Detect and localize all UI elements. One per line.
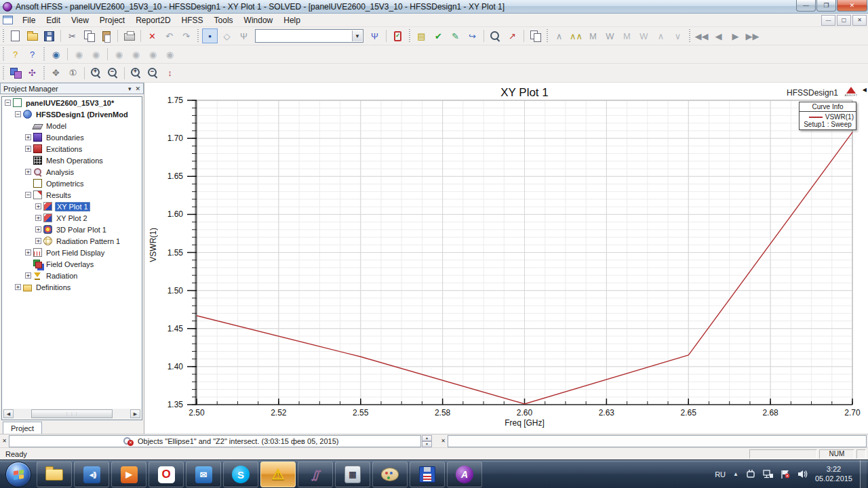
- tree-item-mesh-operations[interactable]: Mesh Operations: [2, 155, 142, 166]
- hide-all-view-icon[interactable]: ◉: [162, 47, 178, 62]
- spin-up-icon[interactable]: ▲: [422, 435, 432, 441]
- panel-close-icon[interactable]: ✕: [135, 85, 140, 92]
- mail-taskbar-icon[interactable]: ✉: [186, 462, 221, 487]
- fit-axes-icon[interactable]: ↕: [162, 66, 178, 81]
- media-player-taskbar-icon[interactable]: ▶: [111, 462, 146, 487]
- hfss-warning-taskbar-icon[interactable]: ⚠: [260, 462, 296, 487]
- tree-item-hfssdesign1-drivenmod[interactable]: −HFSSDesign1 (DrivenMod: [2, 108, 142, 120]
- power-icon[interactable]: [746, 470, 755, 479]
- expand-expander-icon[interactable]: +: [25, 134, 31, 140]
- trace-w2-icon[interactable]: W: [636, 28, 652, 43]
- new-icon[interactable]: [7, 28, 23, 43]
- help-topics-icon[interactable]: ?: [7, 47, 23, 62]
- start-button[interactable]: [5, 462, 31, 487]
- mdi-restore-button[interactable]: ▢: [837, 15, 851, 26]
- expand-expander-icon[interactable]: +: [15, 284, 21, 290]
- scroll-right-icon[interactable]: ▶: [130, 409, 140, 418]
- expand-expander-icon[interactable]: +: [25, 146, 31, 152]
- expand-expander-icon[interactable]: +: [25, 249, 31, 256]
- menu-help[interactable]: Help: [278, 14, 306, 26]
- scrollbar-thumb[interactable]: [31, 409, 113, 418]
- menu-hfss[interactable]: HFSS: [176, 14, 209, 26]
- tree-item-boundaries[interactable]: +Boundaries: [2, 131, 142, 143]
- delete-icon[interactable]: ✕: [144, 28, 160, 43]
- copy-icon[interactable]: [81, 28, 97, 43]
- menu-edit[interactable]: Edit: [41, 14, 66, 26]
- tree-item-excitations[interactable]: +Excitations: [2, 143, 142, 155]
- mdi-minimize-button[interactable]: —: [821, 15, 835, 26]
- menu-file[interactable]: File: [17, 14, 41, 26]
- first-sweep-icon[interactable]: ◀◀: [694, 28, 709, 43]
- zoom-in-icon[interactable]: +: [128, 66, 144, 81]
- paint-taskbar-icon[interactable]: [372, 462, 408, 487]
- model-tree-icon[interactable]: Ψ: [367, 28, 382, 43]
- trace-double-peak-icon[interactable]: ∧∧: [568, 28, 584, 43]
- mdi-close-button[interactable]: ✕: [852, 15, 867, 26]
- collapse-expander-icon[interactable]: −: [25, 192, 31, 198]
- menu-tools[interactable]: Tools: [209, 14, 239, 26]
- solution-list-icon[interactable]: ↪: [465, 28, 480, 43]
- project-tab[interactable]: Project: [3, 422, 42, 434]
- mdi-document-icon[interactable]: [3, 16, 13, 24]
- menu-report2d[interactable]: Report2D: [130, 14, 176, 26]
- zoom-out-icon[interactable]: −: [145, 66, 161, 81]
- tree-item-model[interactable]: Model: [2, 120, 142, 131]
- zoom-out-window-icon[interactable]: −: [105, 66, 121, 81]
- tree-item-analysis[interactable]: +Analysis: [2, 166, 142, 178]
- zoom-100-icon[interactable]: ①: [65, 66, 81, 81]
- pane-collapse-icon[interactable]: ◀: [863, 87, 867, 93]
- cut-icon[interactable]: ✂: [64, 28, 80, 43]
- spin-down-icon[interactable]: ▼: [422, 441, 432, 447]
- expand-expander-icon[interactable]: +: [35, 226, 41, 232]
- tree-item-radiation-pattern-1[interactable]: +Radiation Pattern 1: [2, 235, 142, 247]
- network-icon[interactable]: [763, 470, 773, 479]
- trace-peak-icon[interactable]: ∧: [551, 28, 567, 43]
- redo-icon[interactable]: ↷: [178, 28, 194, 43]
- create-report-icon[interactable]: ↗: [505, 28, 520, 43]
- trace-min-icon[interactable]: ∨: [670, 28, 686, 43]
- tree-item-results[interactable]: −Results: [2, 189, 142, 201]
- collapse-expander-icon[interactable]: −: [15, 111, 21, 117]
- opera-taskbar-icon[interactable]: O: [149, 462, 184, 487]
- tree-item-optimetrics[interactable]: Optimetrics: [2, 178, 142, 189]
- tree-item-xy-plot-1[interactable]: +XY Plot 1: [2, 201, 142, 212]
- next-sweep-icon[interactable]: ▶: [728, 28, 743, 43]
- message-spinner[interactable]: ▲ ▼: [422, 435, 432, 447]
- trace-max-icon[interactable]: ∧: [653, 28, 669, 43]
- undo-icon[interactable]: ↶: [161, 28, 177, 43]
- trace-w-icon[interactable]: W: [602, 28, 618, 43]
- window-minimize-button[interactable]: —: [796, 0, 816, 12]
- progress-close-icon[interactable]: ✕: [439, 436, 448, 447]
- tree-item-port-field-display[interactable]: +Port Field Display: [2, 247, 142, 258]
- volume-mixer-taskbar-icon[interactable]: ◄)): [74, 462, 109, 487]
- tree-item-paneluve2600-15v3-10[interactable]: −panelUVE2600_15V3_10*: [2, 97, 142, 108]
- message-close-icon[interactable]: ✕: [0, 436, 9, 447]
- menu-project[interactable]: Project: [94, 14, 130, 26]
- tree-item-3d-polar-plot-1[interactable]: +3D Polar Plot 1: [2, 224, 142, 235]
- explorer-taskbar-icon[interactable]: [37, 462, 72, 487]
- scroll-left-icon[interactable]: ◀: [3, 409, 14, 418]
- solution-data-icon[interactable]: [488, 28, 503, 43]
- print-icon[interactable]: [121, 28, 137, 43]
- tree-horizontal-scrollbar[interactable]: ◀ ▶: [3, 409, 141, 419]
- last-sweep-icon[interactable]: ▶▶: [745, 28, 760, 43]
- selection-combobox[interactable]: ▼: [255, 29, 363, 43]
- combo-dropdown-icon[interactable]: ▼: [352, 30, 362, 41]
- save-icon[interactable]: [41, 28, 57, 43]
- prev-sweep-icon[interactable]: ◀: [711, 28, 726, 43]
- hide-unselected-icon[interactable]: ◉: [88, 47, 104, 62]
- boolean-split-icon[interactable]: ✣: [24, 66, 40, 81]
- language-indicator[interactable]: RU: [715, 470, 726, 479]
- clock[interactable]: 3:22 05.02.2015: [815, 465, 852, 484]
- tree-item-radiation[interactable]: +Radiation: [2, 270, 142, 281]
- tree-item-field-overlays[interactable]: Field Overlays: [2, 258, 142, 270]
- select-multi-icon[interactable]: Ψ: [236, 28, 252, 43]
- tree-item-definitions[interactable]: +Definitions: [2, 281, 142, 293]
- ansoft-hfss-taskbar-icon[interactable]: A: [447, 462, 482, 487]
- open-icon[interactable]: [24, 28, 40, 43]
- context-help-icon[interactable]: ?: [24, 47, 40, 62]
- trace-m-icon[interactable]: M: [585, 28, 601, 43]
- solve-setup-icon[interactable]: ✎: [448, 28, 463, 43]
- expand-expander-icon[interactable]: +: [35, 203, 41, 209]
- show-all-icon[interactable]: ◉: [48, 47, 64, 62]
